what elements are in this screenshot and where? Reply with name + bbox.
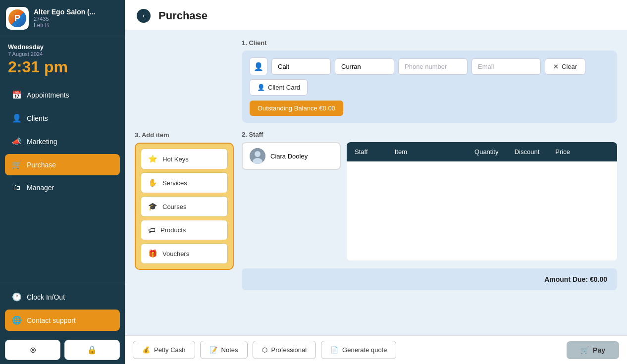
staff-section: Ciara Dooley Staff Item Quantity Discoun… (242, 142, 617, 260)
generate-quote-button[interactable]: 📄 Generate quote (321, 341, 396, 359)
right-panel: 1. Client 👤 ✕ Clear (242, 39, 617, 326)
clear-client-button[interactable]: ✕ Clear (545, 58, 585, 75)
sidebar-item-contact-support[interactable]: 🌐 Contact support (5, 310, 120, 331)
lock-button[interactable]: 🔒 (64, 340, 120, 360)
sidebar-item-clients[interactable]: 👤 Clients (5, 107, 120, 129)
professional-button[interactable]: ⬡ Professional (253, 341, 316, 359)
pay-icon: 🛒 (580, 346, 589, 354)
generate-quote-label: Generate quote (342, 346, 387, 354)
pay-button[interactable]: 🛒 Pay (567, 341, 619, 359)
sidebar-item-clock-label: Clock In/Out (27, 293, 65, 301)
add-item-label: 3. Add item (135, 131, 234, 139)
client-inputs: 👤 ✕ Clear 👤 Client Card (250, 57, 609, 96)
staff-card[interactable]: Ciara Dooley (242, 142, 341, 170)
vouchers-label: Vouchers (162, 250, 189, 258)
clear-label: Clear (562, 63, 577, 70)
add-item-section: ⭐ Hot Keys ✋ Services 🎓 Courses 🏷 Produc… (135, 143, 234, 270)
staff-name: Ciara Dooley (270, 153, 308, 160)
app-id: 27435 (34, 16, 95, 22)
sidebar-item-purchase-label: Purchase (27, 161, 56, 169)
sidebar-item-marketing[interactable]: 📣 Marketing (5, 131, 120, 152)
table-header: Staff Item Quantity Discount Price (347, 142, 617, 161)
client-last-name-input[interactable] (335, 58, 394, 75)
client-card-button[interactable]: 👤 Client Card (250, 79, 308, 96)
marketing-icon: 📣 (12, 137, 22, 146)
courses-icon: 🎓 (148, 202, 157, 211)
page-title: Purchase (158, 9, 208, 22)
card-icon: 👤 (257, 84, 265, 91)
chevron-left-icon: ‹ (143, 12, 145, 19)
services-button[interactable]: ✋ Services (141, 172, 228, 193)
lock-icon: 🔒 (87, 345, 97, 355)
person-icon: 👤 (254, 62, 263, 71)
close-session-button[interactable]: ⊗ (5, 340, 60, 360)
staff-left: Ciara Dooley (242, 142, 341, 170)
products-button[interactable]: 🏷 Products (141, 220, 228, 240)
client-section-wrapper: 1. Client 👤 ✕ Clear (242, 39, 617, 123)
manager-icon: 🗂 (12, 183, 22, 192)
main-body: 3. Add item ⭐ Hot Keys ✋ Services 🎓 Cour… (125, 30, 627, 335)
hot-keys-label: Hot Keys (162, 156, 189, 163)
collapse-sidebar-button[interactable]: ‹ (137, 9, 151, 23)
sidebar-item-support-label: Contact support (27, 316, 76, 324)
client-section: 👤 ✕ Clear 👤 Client Card (242, 51, 617, 123)
client-section-label: 1. Client (242, 39, 617, 47)
staff-avatar-image (250, 148, 265, 164)
x-icon: ✕ (553, 63, 559, 70)
client-phone-input[interactable] (398, 58, 468, 75)
app-info: Alter Ego Salon (... 27435 Leti B (34, 8, 95, 29)
client-card-label: Client Card (268, 84, 300, 91)
generate-quote-icon: 📄 (330, 346, 338, 354)
courses-label: Courses (162, 203, 186, 210)
col-item: Item (387, 142, 467, 161)
staff-section-wrapper: 2. Staff Ciara (242, 131, 617, 260)
courses-button[interactable]: 🎓 Courses (141, 196, 228, 217)
svg-point-1 (255, 151, 261, 157)
notes-button[interactable]: 📝 Notes (200, 341, 248, 359)
notes-icon: 📝 (209, 346, 217, 354)
hot-keys-button[interactable]: ⭐ Hot Keys (141, 149, 228, 169)
add-item-panel: 3. Add item ⭐ Hot Keys ✋ Services 🎓 Cour… (135, 39, 234, 326)
col-staff: Staff (347, 142, 387, 161)
appointments-icon: 📅 (12, 90, 22, 100)
outstanding-balance-button[interactable]: Outstanding Balance €0.00 (250, 101, 343, 116)
client-avatar-button[interactable]: 👤 (250, 57, 267, 75)
app-name: Alter Ego Salon (... (34, 8, 95, 16)
petty-cash-icon: 💰 (142, 346, 150, 354)
col-quantity: Quantity (467, 142, 507, 161)
sidebar-item-appointments-label: Appointments (27, 91, 69, 99)
outstanding-label: Outstanding Balance €0.00 (258, 104, 335, 112)
petty-cash-label: Petty Cash (154, 346, 186, 354)
sidebar-item-clock-in-out[interactable]: 🕐 Clock In/Out (5, 286, 120, 308)
professional-icon: ⬡ (262, 346, 267, 354)
sidebar-item-purchase[interactable]: 🛒 Purchase (5, 154, 120, 175)
sidebar-item-appointments[interactable]: 📅 Appointments (5, 84, 120, 105)
services-label: Services (162, 179, 187, 187)
amount-due: Amount Due: €0.00 (242, 268, 617, 290)
products-label: Products (160, 226, 186, 234)
sidebar-bottom: 🕐 Clock In/Out 🌐 Contact support (0, 282, 125, 336)
clients-icon: 👤 (12, 113, 22, 123)
vouchers-button[interactable]: 🎁 Vouchers (141, 243, 228, 264)
vouchers-icon: 🎁 (148, 249, 157, 258)
sidebar-item-marketing-label: Marketing (27, 138, 57, 146)
sidebar-nav: 📅 Appointments 👤 Clients 📣 Marketing 🛒 P… (0, 81, 125, 282)
items-table: Staff Item Quantity Discount Price (347, 142, 617, 260)
amount-due-text: Amount Due: €0.00 (544, 275, 607, 283)
staff-avatar (250, 148, 265, 164)
table-body (347, 161, 617, 260)
logo-icon: P (8, 9, 26, 27)
sidebar-item-manager[interactable]: 🗂 Manager (5, 177, 120, 198)
support-icon: 🌐 (12, 315, 22, 325)
sidebar-user: Leti B (34, 22, 95, 29)
client-first-name-input[interactable] (271, 58, 331, 75)
col-actions (587, 142, 617, 161)
client-email-input[interactable] (471, 58, 541, 75)
sidebar-item-clients-label: Clients (27, 114, 48, 122)
staff-section-label: 2. Staff (242, 131, 617, 138)
sidebar: P Alter Ego Salon (... 27435 Leti B Wedn… (0, 0, 125, 364)
petty-cash-button[interactable]: 💰 Petty Cash (133, 341, 195, 359)
pay-label: Pay (593, 346, 605, 354)
clock-icon: 🕐 (12, 292, 22, 302)
hot-keys-icon: ⭐ (148, 155, 157, 163)
